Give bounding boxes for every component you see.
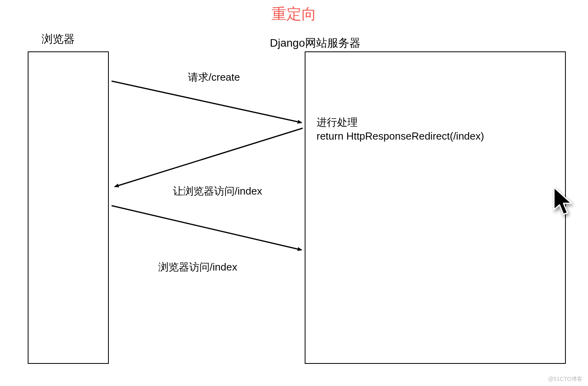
server-label: Django网站服务器 — [270, 36, 360, 51]
diagram-title: 重定向 — [271, 4, 317, 24]
server-response-code: return HttpResponseRedirect(/index) — [317, 129, 484, 143]
message-access-index: 浏览器访问/index — [158, 260, 237, 274]
message-redirect-index: 让浏览器访问/index — [173, 184, 262, 198]
browser-label: 浏览器 — [42, 32, 75, 47]
watermark-text: @51CTO博客 — [548, 376, 582, 383]
browser-lifeline-box — [28, 51, 109, 364]
cursor-icon — [552, 186, 575, 218]
server-processing-block: 进行处理 return HttpResponseRedirect(/index) — [317, 115, 484, 143]
server-processing-label: 进行处理 — [317, 115, 484, 129]
arrow-access-index — [112, 206, 302, 250]
server-lifeline-box — [305, 51, 566, 364]
message-request-create: 请求/create — [188, 70, 240, 84]
arrow-redirect-index — [115, 128, 303, 187]
arrow-request-create — [112, 81, 302, 123]
